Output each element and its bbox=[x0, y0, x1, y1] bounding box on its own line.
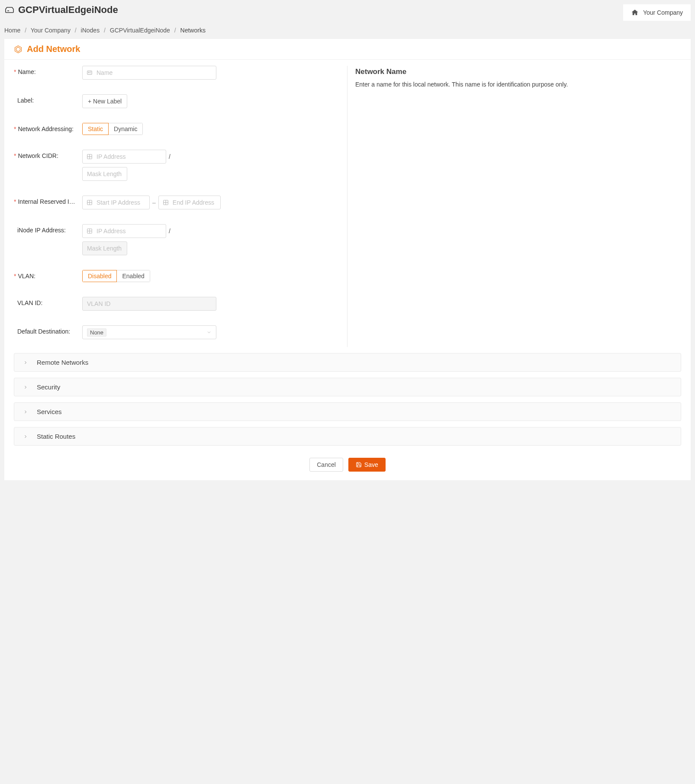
name-label: Name bbox=[18, 68, 34, 75]
accordion-security[interactable]: Security bbox=[14, 378, 681, 396]
company-selector[interactable]: Your Company bbox=[623, 4, 691, 21]
grid-icon bbox=[87, 199, 93, 206]
device-icon bbox=[4, 5, 15, 15]
card-title: Add Network bbox=[27, 44, 80, 54]
breadcrumb-node[interactable]: GCPVirtualEdgeiNode bbox=[110, 27, 170, 34]
chevron-right-icon bbox=[23, 360, 28, 365]
vlan-label: VLAN bbox=[18, 273, 34, 280]
inode-ip-input[interactable] bbox=[82, 224, 166, 238]
new-label-button[interactable]: + New Label bbox=[82, 94, 127, 108]
vlan-id-input bbox=[82, 297, 216, 311]
range-dash: – bbox=[152, 199, 156, 206]
addressing-static-option[interactable]: Static bbox=[82, 123, 109, 135]
grid-icon bbox=[87, 154, 93, 160]
chevron-right-icon bbox=[23, 434, 28, 439]
accordion-routes-label: Static Routes bbox=[37, 433, 75, 440]
accordion-remote-networks[interactable]: Remote Networks bbox=[14, 353, 681, 372]
home-icon bbox=[631, 9, 639, 16]
default-dest-select[interactable]: None bbox=[82, 325, 216, 339]
breadcrumb-current: Networks bbox=[180, 27, 206, 34]
addressing-toggle: Static Dynamic bbox=[82, 123, 143, 135]
grid-icon bbox=[163, 199, 169, 206]
chevron-right-icon bbox=[23, 385, 28, 390]
cidr-slash: / bbox=[169, 153, 171, 160]
save-button[interactable]: Save bbox=[348, 458, 386, 472]
id-card-icon bbox=[87, 70, 93, 76]
svg-rect-3 bbox=[87, 71, 92, 74]
vlan-id-label: VLAN ID bbox=[17, 299, 41, 306]
cidr-ip-input[interactable] bbox=[82, 150, 166, 164]
help-text: Enter a name for this local network. Thi… bbox=[355, 80, 681, 90]
breadcrumb-company[interactable]: Your Company bbox=[31, 27, 71, 34]
vlan-disabled-option[interactable]: Disabled bbox=[82, 270, 117, 282]
accordion-services-label: Services bbox=[37, 408, 62, 415]
svg-point-4 bbox=[88, 72, 89, 73]
addressing-dynamic-option[interactable]: Dynamic bbox=[109, 123, 143, 135]
accordion-static-routes[interactable]: Static Routes bbox=[14, 427, 681, 446]
breadcrumb: Home / Your Company / iNodes / GCPVirtua… bbox=[0, 21, 695, 39]
save-button-label: Save bbox=[364, 461, 378, 468]
page-title-wrap: GCPVirtualEdgeiNode bbox=[4, 4, 118, 16]
label-label: Label bbox=[17, 97, 32, 104]
breadcrumb-inodes[interactable]: iNodes bbox=[81, 27, 100, 34]
vlan-enabled-option[interactable]: Enabled bbox=[117, 270, 150, 282]
inode-slash: / bbox=[169, 228, 171, 235]
grid-icon bbox=[87, 228, 93, 234]
default-dest-value: None bbox=[87, 328, 106, 337]
accordion-services[interactable]: Services bbox=[14, 402, 681, 421]
cancel-button[interactable]: Cancel bbox=[309, 458, 343, 472]
network-icon bbox=[14, 45, 23, 54]
cidr-label: Network CIDR bbox=[18, 152, 56, 159]
save-icon bbox=[356, 462, 362, 468]
help-title: Network Name bbox=[355, 67, 681, 76]
default-dest-label: Default Destination bbox=[17, 328, 68, 335]
company-name-label: Your Company bbox=[643, 9, 683, 16]
cidr-mask-input[interactable] bbox=[82, 167, 127, 181]
accordion-remote-label: Remote Networks bbox=[37, 359, 88, 366]
reserved-label: Internal Reserved IP A... bbox=[18, 198, 78, 205]
inode-mask-input bbox=[82, 241, 127, 255]
vlan-toggle: Disabled Enabled bbox=[82, 270, 150, 282]
name-input[interactable] bbox=[82, 66, 216, 80]
accordion-security-label: Security bbox=[37, 383, 60, 391]
chevron-down-icon bbox=[206, 330, 212, 335]
breadcrumb-home[interactable]: Home bbox=[4, 27, 20, 34]
addressing-label: Network Addressing bbox=[18, 125, 72, 132]
inode-ip-label: iNode IP Address bbox=[17, 227, 64, 234]
page-title: GCPVirtualEdgeiNode bbox=[18, 4, 118, 16]
svg-marker-2 bbox=[16, 47, 20, 51]
chevron-right-icon bbox=[23, 409, 28, 414]
svg-marker-1 bbox=[15, 45, 22, 53]
